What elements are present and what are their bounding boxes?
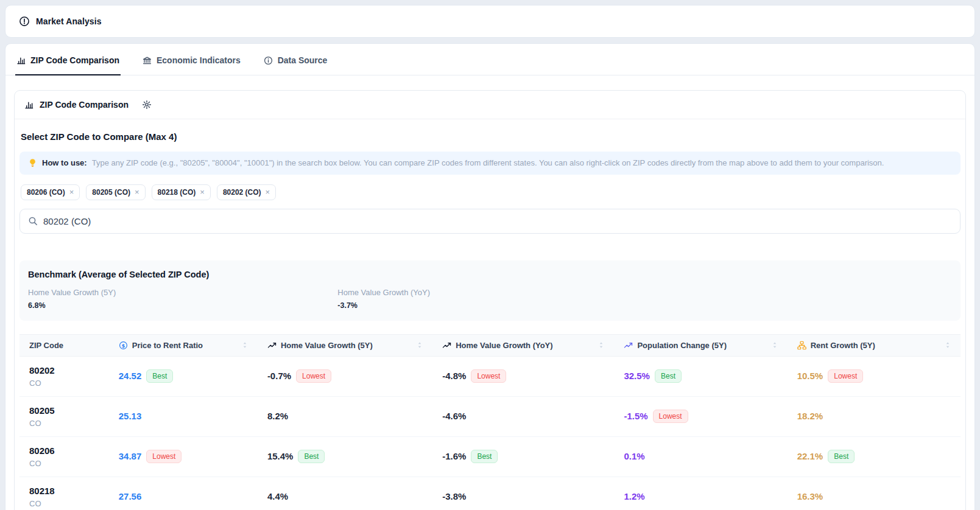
zip-cell: 80202CO bbox=[19, 356, 109, 396]
zip-cell: 80218CO bbox=[19, 477, 109, 510]
status-badge: Lowest bbox=[471, 369, 506, 383]
column-label: ZIP Code bbox=[29, 341, 63, 350]
sort-icon[interactable] bbox=[945, 341, 951, 349]
page-title: Market Analysis bbox=[36, 16, 102, 26]
tab-zip-code-comparison[interactable]: ZIP Code Comparison bbox=[15, 44, 121, 75]
bar-chart-icon bbox=[24, 100, 33, 110]
column-header[interactable]: $Price to Rent Ratio bbox=[109, 334, 258, 356]
tab-economic-indicators[interactable]: Economic Indicators bbox=[141, 44, 242, 75]
zip-search-box[interactable] bbox=[19, 209, 961, 234]
status-badge: Best bbox=[298, 450, 325, 463]
metric-cell: 15.4%Best bbox=[258, 436, 432, 477]
column-header[interactable]: Home Value Growth (5Y) bbox=[258, 334, 432, 356]
column-label: Price to Rent Ratio bbox=[132, 341, 203, 350]
chip-remove-icon[interactable]: × bbox=[69, 188, 74, 196]
selected-zip-chips: 80206 (CO)×80205 (CO)×80218 (CO)×80202 (… bbox=[19, 184, 961, 200]
column-header[interactable]: Home Value Growth (YoY) bbox=[432, 334, 614, 356]
metric-value: -3.8% bbox=[442, 491, 466, 501]
table-row: 80218CO27.564.4%-3.8%1.2%16.3% bbox=[19, 477, 961, 510]
metric-cell: -1.6%Best bbox=[432, 436, 614, 477]
zip-comparison-table: ZIP Code$Price to Rent RatioHome Value G… bbox=[19, 334, 961, 510]
table-row: 80202CO24.52Best-0.7%Lowest-4.8%Lowest32… bbox=[19, 356, 961, 396]
column-header[interactable]: Population Change (5Y) bbox=[614, 334, 787, 356]
tab-label: Data Source bbox=[278, 55, 328, 65]
column-label: Population Change (5Y) bbox=[637, 341, 727, 350]
dollar-circle-icon: $ bbox=[119, 341, 128, 350]
state-label: CO bbox=[29, 459, 99, 468]
metric-cell: -3.8% bbox=[432, 477, 614, 510]
metric-cell: 27.56 bbox=[109, 477, 258, 510]
chip-remove-icon[interactable]: × bbox=[200, 188, 205, 196]
zip-code: 80218 bbox=[29, 486, 99, 496]
column-label: Home Value Growth (YoY) bbox=[456, 341, 552, 350]
metric-value: 8.2% bbox=[267, 411, 288, 421]
chip-remove-icon[interactable]: × bbox=[135, 188, 139, 196]
metric-value: 15.4% bbox=[267, 451, 294, 461]
svg-text:$: $ bbox=[121, 343, 125, 348]
status-badge: Best bbox=[655, 369, 682, 383]
metric-value: 34.87 bbox=[119, 451, 142, 461]
column-label: Home Value Growth (5Y) bbox=[281, 341, 373, 350]
metric-cell: -4.8%Lowest bbox=[432, 356, 614, 396]
state-label: CO bbox=[29, 379, 99, 388]
sort-icon[interactable] bbox=[772, 341, 778, 349]
metric-cell: 4.4% bbox=[258, 477, 432, 510]
zip-chip[interactable]: 80218 (CO)× bbox=[152, 184, 211, 200]
metric-cell: 22.1%Best bbox=[788, 436, 961, 477]
trend-up-icon bbox=[442, 341, 451, 350]
zip-code: 80205 bbox=[29, 405, 99, 416]
metric-label: Home Value Growth (YoY) bbox=[337, 288, 642, 297]
chip-remove-icon[interactable]: × bbox=[266, 188, 270, 196]
zip-chip[interactable]: 80206 (CO)× bbox=[21, 184, 80, 200]
zip-chip-label: 80205 (CO) bbox=[92, 188, 130, 197]
sort-icon[interactable] bbox=[242, 341, 248, 349]
metric-cell: 0.1% bbox=[614, 436, 787, 477]
tab-label: ZIP Code Comparison bbox=[30, 55, 119, 65]
info-icon bbox=[264, 56, 273, 65]
state-label: CO bbox=[29, 499, 99, 508]
alert-circle-icon bbox=[19, 16, 30, 27]
bank-icon bbox=[143, 56, 152, 65]
status-badge: Best bbox=[146, 369, 173, 383]
zip-code: 80206 bbox=[29, 445, 99, 456]
metric-value: 10.5% bbox=[797, 371, 823, 381]
status-badge: Best bbox=[828, 450, 855, 463]
metric-cell: 25.13 bbox=[109, 396, 258, 436]
status-badge: Best bbox=[471, 450, 498, 463]
metric-value: 24.52 bbox=[119, 371, 142, 381]
lightbulb-icon bbox=[28, 158, 37, 167]
tab-label: Economic Indicators bbox=[157, 55, 241, 65]
bar-chart-icon bbox=[16, 56, 26, 65]
zip-chip-label: 80206 (CO) bbox=[27, 188, 65, 197]
panel-header: ZIP Code Comparison bbox=[15, 91, 965, 119]
trend-up-icon bbox=[624, 341, 633, 350]
metric-cell: 16.3% bbox=[788, 477, 961, 510]
tab-data-source[interactable]: Data Source bbox=[263, 44, 329, 75]
benchmark-title: Benchmark (Average of Selected ZIP Code) bbox=[28, 270, 952, 279]
table-header-row: ZIP Code$Price to Rent RatioHome Value G… bbox=[19, 334, 961, 356]
tab-content: ZIP Code Comparison Select ZIP Code to C… bbox=[5, 75, 975, 510]
trend-up-icon bbox=[267, 341, 277, 350]
benchmark-metric: Home Value Growth (YoY) -3.7% bbox=[337, 288, 642, 310]
sort-icon[interactable] bbox=[417, 341, 423, 349]
zip-chip[interactable]: 80202 (CO)× bbox=[217, 184, 276, 200]
sort-icon[interactable] bbox=[598, 341, 604, 349]
metric-cell: 24.52Best bbox=[109, 356, 258, 396]
column-header[interactable]: Rent Growth (5Y) bbox=[788, 334, 961, 356]
main-panel: ZIP Code Comparison Economic Indicators … bbox=[5, 43, 975, 510]
metric-cell: 1.2% bbox=[614, 477, 787, 510]
metric-value: 1.2% bbox=[624, 491, 644, 501]
zip-search-input[interactable] bbox=[43, 216, 952, 226]
zip-chip-label: 80202 (CO) bbox=[223, 188, 261, 197]
table-body: 80202CO24.52Best-0.7%Lowest-4.8%Lowest32… bbox=[19, 356, 961, 510]
gear-icon[interactable] bbox=[142, 100, 152, 110]
metric-cell: -0.7%Lowest bbox=[258, 356, 432, 396]
zip-chip-label: 80218 (CO) bbox=[158, 188, 196, 197]
sitemap-icon bbox=[797, 341, 806, 350]
metric-cell: 34.87Lowest bbox=[109, 436, 258, 477]
metric-value: 0.1% bbox=[624, 451, 644, 461]
metric-cell: 32.5%Best bbox=[614, 356, 787, 396]
table-row: 80205CO25.138.2%-4.6%-1.5%Lowest18.2% bbox=[19, 396, 961, 436]
zip-chip[interactable]: 80205 (CO)× bbox=[86, 184, 145, 200]
state-label: CO bbox=[29, 419, 99, 428]
